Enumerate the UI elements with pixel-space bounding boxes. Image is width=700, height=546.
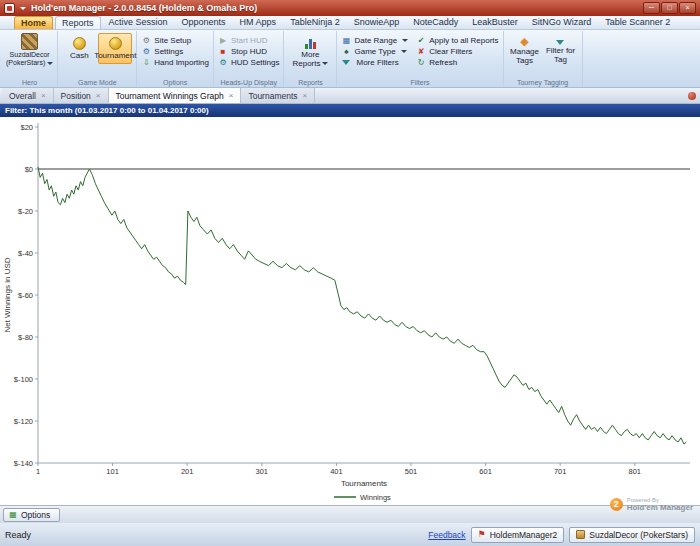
- tab-notecaddy[interactable]: NoteCaddy: [407, 16, 464, 29]
- report-tab-strip: Overall × Position × Tournament Winnings…: [0, 88, 700, 104]
- ribbon: SuzdalDecor (PokerStars) Hero Cash Tourn…: [0, 30, 700, 88]
- close-tab-icon[interactable]: ×: [229, 92, 234, 100]
- minimize-button[interactable]: ─: [643, 2, 660, 14]
- status-text: Ready: [5, 530, 428, 540]
- svg-text:1: 1: [36, 467, 40, 476]
- refresh-button[interactable]: ↻ Refresh: [416, 58, 457, 67]
- filter-for-tag-button[interactable]: Filter for Tag: [544, 33, 578, 69]
- clear-filters-button[interactable]: ✘ Clear Filters: [416, 47, 472, 56]
- clear-filters-icon: ✘: [416, 47, 426, 56]
- close-tab-icon[interactable]: ×: [96, 92, 101, 100]
- hm2-logo-icon: 2: [610, 498, 623, 511]
- tab-snowieapp[interactable]: SnowieApp: [348, 16, 406, 29]
- maximize-button[interactable]: □: [661, 2, 678, 14]
- hand-importing-button[interactable]: ⇩ Hand Importing: [141, 58, 209, 67]
- tab-sitngo-wizard[interactable]: SitNGo Wizard: [526, 16, 598, 29]
- reports-chart-icon: [303, 37, 317, 49]
- window-title: Hold'em Manager - 2.0.0.8454 (Holdem & O…: [29, 3, 640, 13]
- app-icon[interactable]: [4, 3, 15, 14]
- dropdown-caret-icon: [401, 50, 407, 53]
- close-tab-icon[interactable]: ×: [303, 92, 308, 100]
- svg-text:801: 801: [629, 467, 642, 476]
- quick-access-caret-icon[interactable]: [20, 7, 26, 10]
- tab-reports[interactable]: Reports: [55, 16, 101, 29]
- ribbon-group-options: ⚙ Site Setup ⚙ Settings ⇩ Hand Importing…: [137, 31, 214, 87]
- tab-tableninja-2[interactable]: TableNinja 2: [284, 16, 346, 29]
- winnings-graph: $20$0$-20$-40$-60$-80$-100$-120$-1401101…: [0, 117, 700, 505]
- group-label-reports: Reports: [284, 79, 336, 86]
- svg-text:301: 301: [256, 467, 269, 476]
- svg-text:$-120: $-120: [14, 417, 33, 426]
- tournament-button[interactable]: Tournament: [98, 33, 132, 64]
- start-hud-button[interactable]: ▶ Start HUD: [218, 36, 267, 45]
- status-bar: Ready Feedback ⚑ HoldemManager2 SuzdalDe…: [0, 523, 700, 546]
- svg-text:601: 601: [479, 467, 492, 476]
- more-reports-button[interactable]: More Reports: [288, 33, 332, 72]
- game-type-button[interactable]: ♠ Game Type: [341, 47, 406, 56]
- hud-settings-button[interactable]: ⚙ HUD Settings: [218, 58, 279, 67]
- svg-text:501: 501: [405, 467, 418, 476]
- svg-text:$-20: $-20: [18, 207, 33, 216]
- settings-button[interactable]: ⚙ Settings: [141, 47, 183, 56]
- tab-hm-apps[interactable]: HM Apps: [234, 16, 283, 29]
- powered-by-watermark: 2 Powered By Hold'em Manager: [610, 497, 693, 512]
- settings-gear-icon: ⚙: [141, 47, 151, 56]
- tournament-icon: [109, 37, 122, 50]
- date-range-icon: ▦: [341, 36, 351, 45]
- svg-text:201: 201: [181, 467, 194, 476]
- report-tab-overall[interactable]: Overall ×: [2, 88, 54, 103]
- svg-text:$20: $20: [20, 123, 33, 132]
- svg-text:701: 701: [554, 467, 567, 476]
- svg-text:$-80: $-80: [18, 333, 33, 342]
- tab-home[interactable]: Home: [14, 16, 53, 29]
- feedback-link[interactable]: Feedback: [428, 530, 465, 540]
- group-label-options: Options: [137, 79, 213, 86]
- more-filters-button[interactable]: More Filters: [341, 58, 398, 67]
- manage-tags-button[interactable]: ◆ Manage Tags: [508, 33, 542, 69]
- ribbon-group-tourney-tagging: ◆ Manage Tags Filter for Tag Tourney Tag…: [504, 31, 583, 87]
- account-status-button[interactable]: SuzdalDecor (PokerStars): [569, 527, 695, 543]
- svg-text:$-140: $-140: [14, 459, 33, 468]
- ribbon-group-reports: More Reports Reports: [284, 31, 337, 87]
- winnings-line-chart: $20$0$-20$-40$-60$-80$-100$-120$-1401101…: [0, 117, 700, 505]
- report-tab-tournament-winnings-graph[interactable]: Tournament Winnings Graph ×: [109, 88, 242, 103]
- cash-button[interactable]: Cash: [62, 33, 96, 64]
- site-setup-icon: ⚙: [141, 36, 151, 45]
- svg-text:$-100: $-100: [14, 375, 33, 384]
- start-hud-icon: ▶: [218, 36, 228, 45]
- options-grid-icon: ▦: [8, 510, 18, 519]
- close-button[interactable]: ×: [679, 2, 696, 14]
- apply-to-all-reports-button[interactable]: ✔ Apply to all Reports: [416, 36, 498, 45]
- report-tab-position[interactable]: Position ×: [54, 88, 109, 103]
- apply-all-icon: ✔: [416, 36, 426, 45]
- ribbon-group-hero: SuzdalDecor (PokerStars) Hero: [2, 31, 58, 87]
- group-label-game-mode: Game Mode: [58, 79, 136, 86]
- site-setup-button[interactable]: ⚙ Site Setup: [141, 36, 191, 45]
- svg-text:101: 101: [106, 467, 119, 476]
- tab-strip-menu-icon[interactable]: [688, 92, 696, 100]
- options-bar: ▦ Options: [0, 505, 700, 523]
- tab-opponents[interactable]: Opponents: [176, 16, 232, 29]
- app-window: Hold'em Manager - 2.0.0.8454 (Holdem & O…: [0, 0, 700, 546]
- tab-active-session[interactable]: Active Session: [103, 16, 174, 29]
- flag-icon: ⚑: [478, 530, 486, 539]
- filter-summary-bar: Filter: This month (01.03.2017 0:00 to 0…: [0, 104, 700, 117]
- stop-hud-button[interactable]: ■ Stop HUD: [218, 47, 267, 56]
- ribbon-group-game-mode: Cash Tournament Game Mode: [58, 31, 137, 87]
- report-tab-tournaments[interactable]: Tournaments ×: [241, 88, 315, 103]
- close-tab-icon[interactable]: ×: [41, 92, 46, 100]
- svg-text:401: 401: [330, 467, 343, 476]
- menu-bar: Home Reports Active Session Opponents HM…: [0, 16, 700, 30]
- titlebar: Hold'em Manager - 2.0.0.8454 (Holdem & O…: [0, 0, 700, 16]
- holdemmanager2-taskbar-button[interactable]: ⚑ HoldemManager2: [471, 527, 565, 543]
- date-range-button[interactable]: ▦ Date Range: [341, 36, 408, 45]
- hand-importing-icon: ⇩: [141, 58, 151, 67]
- svg-text:$-40: $-40: [18, 249, 33, 258]
- hero-selector[interactable]: SuzdalDecor (PokerStars): [6, 33, 53, 68]
- tab-table-scanner-2[interactable]: Table Scanner 2: [599, 16, 676, 29]
- cash-icon: [73, 37, 86, 50]
- options-button[interactable]: ▦ Options: [3, 508, 60, 522]
- tab-leakbuster[interactable]: LeakBuster: [466, 16, 524, 29]
- game-type-icon: ♠: [341, 47, 351, 56]
- svg-text:Winnings: Winnings: [360, 493, 391, 502]
